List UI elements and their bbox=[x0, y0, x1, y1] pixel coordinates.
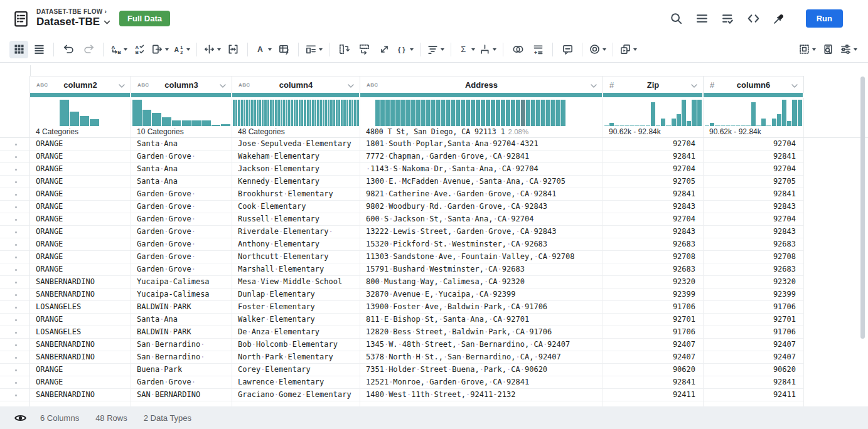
cell[interactable]: 92407 bbox=[704, 351, 804, 364]
cell[interactable]: Santa·Ana bbox=[131, 138, 232, 151]
cell[interactable]: Wakeham·Elementary bbox=[232, 151, 360, 163]
cell[interactable]: Anthony·Elementary bbox=[232, 238, 360, 251]
row-handle[interactable] bbox=[15, 257, 17, 258]
histogram-bar[interactable] bbox=[80, 116, 89, 126]
cell[interactable]: Santa·Ana bbox=[131, 176, 232, 188]
column-menu-chevron-icon[interactable] bbox=[348, 79, 354, 90]
format-text-button[interactable]: A bbox=[253, 41, 273, 58]
histogram-bar[interactable] bbox=[90, 119, 99, 126]
histogram-bar[interactable] bbox=[233, 100, 235, 126]
histogram-bar[interactable] bbox=[431, 100, 435, 126]
cell[interactable]: BALDWIN·PARK bbox=[131, 326, 232, 339]
cell[interactable]: Russell·Elementary bbox=[232, 213, 360, 226]
cell[interactable]: ORANGE bbox=[30, 188, 131, 201]
histogram-bar[interactable] bbox=[451, 100, 455, 126]
histogram-bar[interactable] bbox=[328, 100, 330, 126]
cell[interactable]: San·Bernardino· bbox=[131, 351, 232, 364]
histogram-bar[interactable] bbox=[526, 100, 530, 126]
cell[interactable]: 92407 bbox=[603, 351, 704, 364]
transpose-button[interactable] bbox=[375, 41, 394, 58]
histogram-bar[interactable] bbox=[426, 100, 430, 126]
row-handle[interactable] bbox=[15, 344, 17, 346]
histogram-bar[interactable] bbox=[496, 100, 500, 126]
row-handle[interactable] bbox=[15, 219, 17, 221]
column-menu-chevron-icon[interactable] bbox=[119, 79, 125, 90]
column-histogram-column3[interactable] bbox=[131, 98, 232, 126]
histogram-bar[interactable] bbox=[275, 100, 277, 126]
cell[interactable]: 13222·Lewis·Street,·Garden·Grove,·CA·928… bbox=[360, 226, 603, 238]
cell[interactable]: 92683 bbox=[704, 263, 804, 276]
histogram-bar[interactable] bbox=[746, 125, 751, 126]
cell[interactable]: ORANGE bbox=[30, 213, 131, 226]
cell[interactable]: 92704 bbox=[704, 213, 804, 226]
full-data-badge[interactable]: Full Data bbox=[119, 11, 170, 26]
cell[interactable]: Garden·Grove· bbox=[131, 251, 232, 263]
cell[interactable]: Jose·Sepulveda·Elementary bbox=[232, 138, 360, 151]
cell[interactable]: 91706 bbox=[603, 326, 704, 339]
cell[interactable]: Brookhurst·Elementary bbox=[232, 188, 360, 201]
cell[interactable]: 9821·Catherine·Ave.·Garden·Grove,·CA·928… bbox=[360, 188, 603, 201]
histogram-bar[interactable] bbox=[456, 100, 460, 126]
cell[interactable]: 92320 bbox=[603, 276, 704, 289]
cell[interactable]: ORANGE bbox=[30, 151, 131, 163]
cell[interactable]: 15320·Pickford·St.·Westminster,·CA·92683 bbox=[360, 238, 603, 251]
undo-button[interactable] bbox=[59, 41, 78, 58]
cell[interactable]: 92843 bbox=[603, 226, 704, 238]
histogram-bar[interactable] bbox=[715, 125, 719, 126]
cell[interactable]: 12521·Monroe,·Garden·Grove,·CA·92841 bbox=[360, 376, 603, 389]
histogram-bar[interactable] bbox=[349, 100, 351, 126]
cell[interactable]: ORANGE bbox=[30, 138, 131, 151]
histogram-bar[interactable] bbox=[630, 125, 635, 126]
histogram-bar[interactable] bbox=[390, 100, 395, 126]
cell[interactable]: 92407 bbox=[603, 339, 704, 351]
histogram-bar[interactable] bbox=[782, 100, 786, 126]
histogram-bar[interactable] bbox=[405, 100, 410, 126]
cell[interactable] bbox=[232, 401, 360, 406]
histogram-bar[interactable] bbox=[235, 100, 237, 126]
cell[interactable]: ORANGE bbox=[30, 163, 131, 176]
row-handle[interactable] bbox=[15, 395, 17, 396]
cell[interactable]: 92683 bbox=[603, 238, 704, 251]
cell[interactable]: 5378·North·H·St.,·San·Bernardino,·CA,·92… bbox=[360, 351, 603, 364]
histogram-bar[interactable] bbox=[682, 100, 686, 126]
column-histogram-Zip[interactable] bbox=[603, 98, 704, 126]
cell[interactable]: 1345·W.·48th·Street,·San·Bernardino,·CA·… bbox=[360, 339, 603, 351]
data-quality-bar[interactable] bbox=[30, 93, 131, 98]
row-handle[interactable] bbox=[15, 282, 17, 283]
cell[interactable]: 12820·Bess·Street,·Baldwin·Park,·CA·9170… bbox=[360, 326, 603, 339]
cell[interactable]: 92841 bbox=[704, 151, 804, 163]
row-handle[interactable] bbox=[15, 144, 17, 146]
cell[interactable]: 92701 bbox=[603, 314, 704, 326]
histogram-bar[interactable] bbox=[241, 100, 243, 126]
histogram-bar[interactable] bbox=[60, 100, 69, 126]
view-list-icon[interactable] bbox=[695, 11, 710, 26]
histogram-bar[interactable] bbox=[721, 125, 725, 126]
column-header-Address[interactable]: ABCAddress bbox=[360, 76, 603, 93]
cell[interactable]: 600·S·Jackson·St,·Santa·Ana,·CA·92704 bbox=[360, 213, 603, 226]
column-count[interactable]: 6 Columns bbox=[40, 413, 79, 423]
cell[interactable]: SANBERNARDINO bbox=[30, 276, 131, 289]
row-handle[interactable] bbox=[15, 369, 17, 371]
cell[interactable]: Riverdale·Elementary· bbox=[232, 226, 360, 238]
histogram-bar[interactable] bbox=[254, 100, 256, 126]
cell[interactable]: 91706 bbox=[704, 301, 804, 314]
histogram-bar[interactable] bbox=[314, 100, 316, 126]
cell[interactable]: 92683 bbox=[603, 263, 704, 276]
join-button[interactable] bbox=[508, 41, 527, 58]
histogram-bar[interactable] bbox=[677, 114, 681, 126]
cell[interactable]: 92841 bbox=[603, 151, 704, 163]
cell[interactable]: 92841 bbox=[603, 376, 704, 389]
cell[interactable]: 92841 bbox=[704, 188, 804, 201]
histogram-bar[interactable] bbox=[666, 125, 670, 126]
data-quality-bar[interactable] bbox=[131, 93, 232, 98]
histogram-bar[interactable] bbox=[501, 100, 505, 126]
histogram-bar[interactable] bbox=[756, 125, 761, 126]
histogram-bar[interactable] bbox=[741, 125, 745, 126]
histogram-bar[interactable] bbox=[283, 100, 285, 126]
histogram-bar[interactable] bbox=[651, 102, 655, 126]
cell[interactable]: 92701 bbox=[704, 314, 804, 326]
profile-search-button[interactable] bbox=[818, 41, 837, 58]
histogram-bar[interactable] bbox=[336, 100, 338, 126]
histogram-bar[interactable] bbox=[288, 100, 290, 126]
histogram-bar[interactable] bbox=[264, 100, 266, 126]
